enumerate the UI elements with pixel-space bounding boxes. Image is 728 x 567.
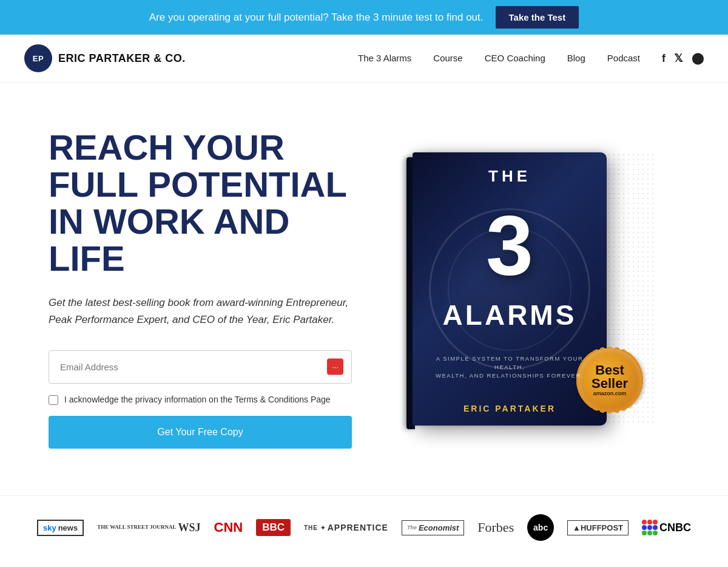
book-alarms: ALARMS (443, 299, 577, 331)
email-icon: ··· (327, 359, 343, 375)
take-test-button[interactable]: Take the Test (496, 6, 579, 29)
media-wsj: THE WALL STREET JOURNAL WSJ (97, 521, 200, 534)
badge-amazon: amazon.com (593, 390, 627, 396)
media-huffpost: ▲HUFFPOST (567, 520, 629, 535)
facebook-icon[interactable]: f (662, 52, 666, 65)
book-the: THE (488, 167, 531, 186)
media-sky-news: sky news (37, 520, 84, 536)
logo-link[interactable]: EP ERIC PARTAKER & CO. (24, 44, 186, 72)
book-subtitle: A SIMPLE SYSTEM TO TRANSFORM YOUR HEALTH… (422, 355, 597, 381)
checkbox-row: I acknowledge the privacy information on… (49, 393, 352, 406)
nav-item-podcast[interactable]: Podcast (607, 53, 640, 63)
media-apprentice: THE ✦ APPRENTICE (304, 522, 388, 533)
twitter-x-icon[interactable]: 𝕏 (674, 52, 683, 65)
book-number: 3 (486, 209, 533, 281)
media-economist: The Economist (402, 520, 464, 535)
navigation: EP ERIC PARTAKER & CO. The 3 Alarms Cour… (0, 35, 728, 83)
nav-item-blog[interactable]: Blog (567, 53, 585, 63)
cnbc-label: CNBC (659, 521, 691, 534)
get-free-copy-button[interactable]: Get Your Free Copy (49, 416, 352, 449)
nav-item-ceo-coaching[interactable]: CEO Coaching (485, 53, 545, 63)
badge-best: Best (595, 364, 624, 377)
media-bbc: BBC (256, 519, 291, 536)
book-container: THE 3 ALARMS A SIMPLE SYSTEM TO TRANSFOR… (413, 152, 643, 426)
email-form: ··· I acknowledge the privacy informatio… (49, 350, 352, 449)
instagram-icon[interactable]: ⬤ (692, 52, 704, 65)
logo-initials: EP (24, 44, 52, 72)
hero-left: REACH YOUR FULL POTENTIAL IN WORK AND LI… (49, 129, 352, 449)
media-abc: abc (527, 514, 554, 541)
banner-text: Are you operating at your full potential… (149, 12, 484, 24)
checkbox-label: I acknowledge the privacy information on… (64, 393, 331, 406)
media-logos-bar: sky news THE WALL STREET JOURNAL WSJ CNN… (0, 495, 728, 559)
badge-seller: Seller (592, 377, 628, 390)
hero-subtitle: Get the latest best-selling book from aw… (49, 294, 352, 328)
logo-name: ERIC PARTAKER & CO. (58, 52, 186, 65)
email-input[interactable] (49, 350, 352, 384)
social-icons: f 𝕏 ⬤ (662, 52, 704, 65)
nav-item-course[interactable]: Course (433, 53, 462, 63)
top-banner: Are you operating at your full potential… (0, 0, 728, 35)
sky-icon: sky (43, 523, 56, 532)
email-input-wrapper: ··· (49, 350, 352, 384)
nav-links: The 3 Alarms Course CEO Coaching Blog Po… (358, 53, 640, 64)
nav-item-3alarms[interactable]: The 3 Alarms (358, 53, 411, 63)
hero-section: REACH YOUR FULL POTENTIAL IN WORK AND LI… (0, 83, 728, 495)
media-cnbc: CNBC (642, 520, 691, 535)
media-cnn: CNN (214, 520, 243, 535)
cnbc-dots (642, 520, 658, 535)
book-author: ERIC PARTAKER (463, 404, 556, 413)
hero-right: THE 3 ALARMS A SIMPLE SYSTEM TO TRANSFOR… (376, 152, 679, 426)
media-forbes: Forbes (477, 520, 514, 535)
privacy-checkbox[interactable] (49, 395, 58, 405)
hero-title: REACH YOUR FULL POTENTIAL IN WORK AND LI… (49, 129, 352, 277)
